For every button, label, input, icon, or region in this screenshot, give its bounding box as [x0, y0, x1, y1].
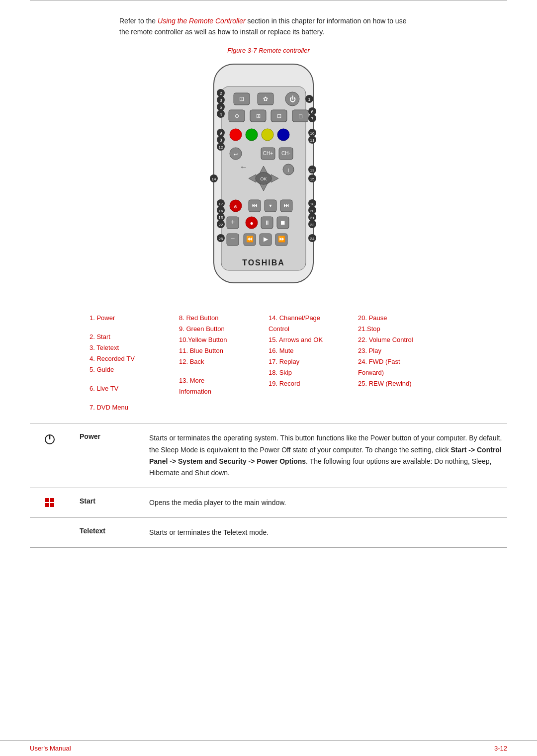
windows-icon [45, 498, 54, 507]
label-10: 10.Yellow Button [179, 335, 264, 345]
svg-text:2: 2 [219, 91, 222, 96]
svg-text:⏩: ⏩ [278, 235, 285, 243]
labels-col-1: 1. Power 2. Start 3. Teletext 4. Recorde… [90, 313, 179, 414]
label-19: 19. Record [268, 378, 353, 389]
label-8: 8. Red Button [179, 313, 264, 324]
svg-text:+: + [231, 218, 235, 226]
svg-text:7: 7 [311, 116, 313, 121]
svg-text:14: 14 [212, 177, 216, 181]
labels-section: 1. Power 2. Start 3. Teletext 4. Recorde… [90, 313, 448, 414]
power-label: Power [80, 432, 139, 440]
svg-text:⊡: ⊡ [277, 113, 281, 119]
svg-text:i: i [288, 167, 289, 173]
intro-text: Refer to the Using the Remote Controller… [119, 15, 418, 38]
label-14: 14. Channel/PageControl [268, 313, 353, 335]
svg-text:✿: ✿ [263, 95, 268, 102]
start-desc: Opens the media player to the main windo… [149, 497, 507, 508]
label-12: 12. Back [179, 356, 264, 367]
start-label: Start [80, 497, 139, 505]
label-20: 20. Pause [358, 313, 443, 324]
teletext-row: Teletext Starts or terminates the Telete… [30, 518, 507, 548]
label-25: 25. REW (Rewind) [358, 378, 443, 389]
power-row: Power Starts or terminates the operating… [30, 423, 507, 488]
svg-text:24: 24 [310, 237, 315, 241]
label-23: 23. Play [358, 345, 443, 356]
svg-text:9: 9 [219, 131, 222, 136]
svg-text:▶: ▶ [264, 236, 268, 243]
svg-text:4: 4 [219, 112, 222, 117]
label-4: 4. Recorded TV [90, 353, 174, 364]
label-2: 2. Start [90, 332, 174, 342]
labels-col-2: 8. Red Button 9. Green Button 10.Yellow … [179, 313, 268, 414]
svg-text:17: 17 [219, 202, 223, 206]
svg-text:⊙: ⊙ [235, 113, 239, 119]
label-18: 18. Skip [268, 367, 353, 378]
remote-diagram: ⊡ ✿ ⏻ ⊙ ⊞ ⊡ ◻ ↩ CH+ [0, 59, 537, 303]
top-rule: Refer to the Using the Remote Controller… [30, 0, 507, 38]
label-6: 6. Live TV [90, 383, 174, 394]
svg-text:18: 18 [310, 202, 315, 206]
svg-point-17 [246, 129, 258, 141]
teletext-label: Teletext [80, 527, 139, 535]
svg-text:⏹: ⏹ [280, 219, 286, 226]
label-11: 11. Blue Button [179, 345, 264, 356]
label-24: 24. FWD (FastForward) [358, 356, 443, 378]
footer-right: 3-12 [494, 745, 507, 752]
svg-text:⏪: ⏪ [246, 235, 254, 243]
svg-text:22: 22 [219, 223, 223, 227]
svg-text:13: 13 [310, 168, 315, 172]
label-15: 15. Arrows and OK [268, 335, 353, 345]
label-21: 21.Stop [358, 324, 443, 335]
svg-text:15: 15 [310, 177, 315, 181]
svg-text:⊞: ⊞ [256, 113, 261, 119]
svg-text:CH+: CH+ [263, 151, 273, 156]
svg-point-16 [230, 129, 242, 141]
power-icon-cell [30, 432, 70, 445]
svg-text:25: 25 [219, 237, 223, 241]
svg-text:↩: ↩ [234, 152, 238, 157]
svg-text:●: ● [250, 220, 253, 227]
desc-section: Power Starts or terminates the operating… [30, 423, 507, 548]
start-icon-cell [30, 497, 70, 507]
teletext-desc: Starts or terminates the Teletext mode. [149, 527, 507, 538]
label-1: 1. Power [90, 313, 174, 324]
remote-controller-link[interactable]: Using the Remote Controller [158, 17, 246, 25]
svg-text:◻: ◻ [298, 113, 303, 119]
label-22: 22. Volume Control [358, 335, 443, 345]
power-desc: Starts or terminates the operating syste… [149, 432, 507, 478]
figure-caption: Figure 3-7 Remote controller [0, 47, 537, 54]
svg-text:OK: OK [260, 176, 267, 181]
svg-point-19 [277, 129, 289, 141]
svg-text:10: 10 [310, 131, 315, 136]
svg-text:23: 23 [310, 223, 315, 227]
svg-text:20: 20 [310, 209, 315, 213]
label-17: 17. Replay [268, 356, 353, 367]
svg-text:⊡: ⊡ [239, 95, 244, 102]
footer-left: User's Manual [30, 745, 71, 752]
footer: User's Manual 3-12 [0, 740, 537, 756]
labels-col-4: 20. Pause 21.Stop 22. Volume Control 23.… [358, 313, 448, 414]
label-13: 13. MoreInformation [179, 375, 264, 397]
label-5: 5. Guide [90, 364, 174, 375]
svg-text:21: 21 [310, 216, 315, 220]
svg-text:−: − [231, 235, 235, 243]
label-9: 9. Green Button [179, 324, 264, 335]
svg-text:⏭: ⏭ [283, 202, 289, 209]
label-7: 7. DVD Menu [90, 402, 174, 413]
label-16: 16. Mute [268, 345, 353, 356]
svg-text:5: 5 [219, 105, 222, 110]
svg-text:CH-: CH- [281, 151, 290, 156]
svg-text:⏮: ⏮ [252, 202, 258, 209]
remote-svg: ⊡ ✿ ⏻ ⊙ ⊞ ⊡ ◻ ↩ CH+ [184, 59, 353, 303]
svg-text:3: 3 [219, 98, 222, 103]
svg-text:12: 12 [219, 145, 223, 150]
svg-text:8: 8 [219, 138, 222, 143]
labels-col-3: 14. Channel/PageControl 15. Arrows and O… [268, 313, 358, 414]
svg-text:▼: ▼ [268, 203, 273, 208]
label-3: 3. Teletext [90, 342, 174, 353]
svg-text:←: ← [240, 163, 248, 171]
teletext-icon-cell [30, 527, 70, 528]
start-row: Start Opens the media player to the main… [30, 488, 507, 518]
svg-text:16: 16 [219, 209, 223, 213]
svg-point-18 [262, 129, 273, 141]
